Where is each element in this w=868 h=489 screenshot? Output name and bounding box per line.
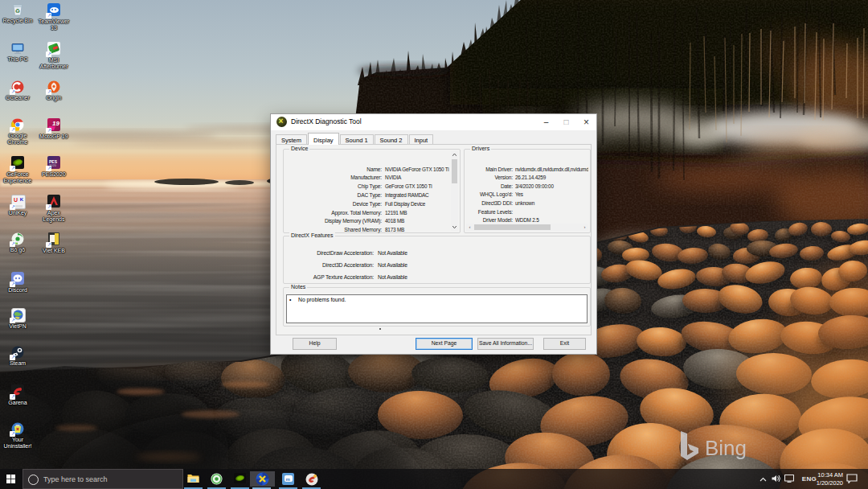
svg-text:♻: ♻: [15, 8, 20, 14]
svg-text:Bing: Bing: [705, 436, 747, 460]
